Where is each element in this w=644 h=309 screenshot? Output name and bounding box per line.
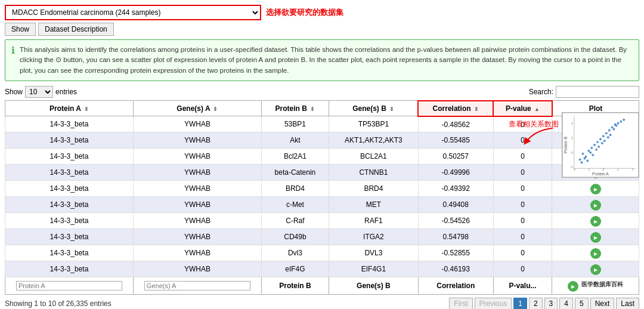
plot-button-row-8[interactable] — [590, 248, 601, 259]
footer-protein-b: Protein B — [261, 277, 329, 295]
svg-point-5 — [579, 158, 581, 160]
svg-point-27 — [601, 142, 603, 144]
svg-text:0: 0 — [603, 168, 605, 171]
show-label: Show — [5, 88, 23, 96]
col-correlation: Correlation ⇕ — [418, 101, 493, 116]
info-icon: ℹ — [11, 45, 15, 76]
svg-point-20 — [586, 159, 589, 162]
show-entries: Show 102550100 entries — [5, 86, 77, 98]
previous-page-button[interactable]: Previous — [475, 298, 512, 309]
page-1-button[interactable]: 1 — [513, 298, 527, 309]
button-row: Show Dataset Description — [5, 23, 639, 36]
footer-plot-btn[interactable]: 医学数据库百科 — [552, 277, 639, 295]
svg-point-33 — [623, 119, 625, 121]
info-box: ℹ This analysis aims to identify the cor… — [5, 39, 639, 81]
svg-point-21 — [592, 153, 594, 156]
last-page-button[interactable]: Last — [616, 298, 639, 309]
svg-point-22 — [597, 146, 600, 148]
entries-label: entries — [55, 88, 77, 96]
table-row: 14-3-3_betaYWHABBcl2A1BCL2A10.502570 — [5, 149, 639, 165]
svg-point-8 — [587, 150, 590, 152]
svg-point-30 — [581, 161, 583, 163]
footer-protein-a[interactable] — [5, 277, 134, 295]
svg-point-25 — [584, 157, 586, 159]
col-pvalue: P-value ▲ — [493, 101, 552, 116]
svg-point-16 — [611, 126, 614, 128]
svg-point-6 — [582, 153, 584, 155]
col-protein-b: Protein B ⇕ — [261, 101, 329, 116]
footer-correlation: Correlation — [418, 277, 493, 295]
svg-text:4: 4 — [571, 122, 573, 125]
svg-point-24 — [609, 134, 612, 136]
svg-point-23 — [603, 140, 606, 142]
dataset-description-button[interactable]: Dataset Description — [38, 23, 114, 36]
table-row: 14-3-3_betaYWHABDvl3DVL3-0.528550 — [5, 245, 639, 261]
table-container: 查看相关系数图 Protein A ⇕ Gene(s) A ⇕ Protein … — [5, 100, 639, 295]
search-input[interactable] — [556, 86, 639, 98]
first-page-button[interactable]: First — [449, 298, 472, 309]
svg-point-9 — [590, 147, 593, 149]
scatter-plot: Protein A Protein B — [562, 112, 639, 178]
table-controls: Show 102550100 entries Search: — [5, 86, 639, 98]
col-genes-b: Gene(s) B ⇕ — [329, 101, 418, 116]
svg-point-13 — [602, 135, 605, 137]
page-2-button[interactable]: 2 — [529, 298, 543, 309]
svg-point-15 — [608, 129, 611, 131]
pagination: First Previous 1 2 3 4 5 Next Last — [449, 298, 639, 309]
svg-text:Protein B: Protein B — [564, 136, 568, 153]
plot-button-row-6[interactable] — [590, 216, 601, 227]
table-footer: Showing 1 to 10 of 26,335 entries First … — [5, 298, 639, 309]
svg-text:-2: -2 — [570, 166, 573, 169]
table-row: 14-3-3_betaYWHABeIF4GEIF4G1-0.461930 — [5, 261, 639, 277]
page-5-button[interactable]: 5 — [575, 298, 589, 309]
info-text: This analysis aims to identify the corre… — [20, 45, 633, 76]
svg-point-14 — [605, 132, 608, 134]
svg-point-18 — [617, 122, 619, 124]
plot-button-row-5[interactable] — [590, 200, 601, 211]
table-row: 14-3-3_betaYWHABC-RafRAF1-0.545260 — [5, 213, 639, 229]
plot-button-row-9[interactable] — [590, 264, 601, 275]
show-button[interactable]: Show — [5, 23, 36, 36]
svg-rect-0 — [562, 113, 639, 177]
page-3-button[interactable]: 3 — [544, 298, 558, 309]
dataset-select[interactable]: MDACC Endometrial carcinoma (244 samples… — [5, 5, 261, 20]
next-page-button[interactable]: Next — [590, 298, 615, 309]
scatter-arrow — [523, 127, 559, 147]
svg-point-28 — [607, 136, 609, 138]
dataset-hint: 选择欲要研究的数据集 — [266, 7, 343, 18]
footer-plot-button[interactable] — [568, 281, 578, 292]
table-row: 14-3-3_betaYWHABc-MetMET0.494080 — [5, 197, 639, 213]
svg-point-26 — [595, 149, 597, 151]
col-protein-a: Protein A ⇕ — [5, 101, 134, 116]
svg-text:0: 0 — [571, 151, 573, 154]
svg-point-10 — [593, 144, 596, 146]
svg-text:-1: -1 — [587, 168, 590, 171]
col-genes-a: Gene(s) A ⇕ — [133, 101, 261, 116]
table-row: 14-3-3_betaYWHABCD49bITGA20.547980 — [5, 229, 639, 245]
page-4-button[interactable]: 4 — [559, 298, 573, 309]
svg-point-32 — [615, 124, 618, 126]
showing-text: Showing 1 to 10 of 26,335 entries — [5, 299, 112, 308]
svg-point-11 — [596, 141, 599, 143]
entries-select[interactable]: 102550100 — [25, 86, 53, 98]
top-bar: MDACC Endometrial carcinoma (244 samples… — [5, 5, 639, 20]
search-box: Search: — [529, 86, 639, 98]
watermark-text: 医学数据库百科 — [581, 281, 623, 288]
svg-point-12 — [599, 138, 602, 140]
svg-text:2: 2 — [571, 137, 573, 140]
svg-point-29 — [613, 128, 615, 130]
svg-text:2: 2 — [632, 168, 634, 171]
footer-genes-b: Gene(s) B — [329, 277, 418, 295]
svg-point-19 — [620, 120, 622, 123]
plot-button-row-4[interactable] — [590, 184, 601, 194]
plot-button-row-7[interactable] — [590, 232, 601, 243]
footer-genes-a[interactable] — [133, 277, 261, 295]
footer-pvalue: P-valu... — [493, 277, 552, 295]
svg-text:Protein A: Protein A — [592, 172, 609, 176]
search-label: Search: — [529, 88, 553, 96]
svg-point-31 — [589, 152, 592, 154]
svg-text:1: 1 — [617, 168, 619, 171]
table-row: 14-3-3_betaYWHABBRD4BRD4-0.493920 — [5, 181, 639, 197]
table-row: 14-3-3_betaYWHABbeta-CateninCTNNB1-0.499… — [5, 165, 639, 181]
svg-text:-2: -2 — [573, 168, 576, 171]
